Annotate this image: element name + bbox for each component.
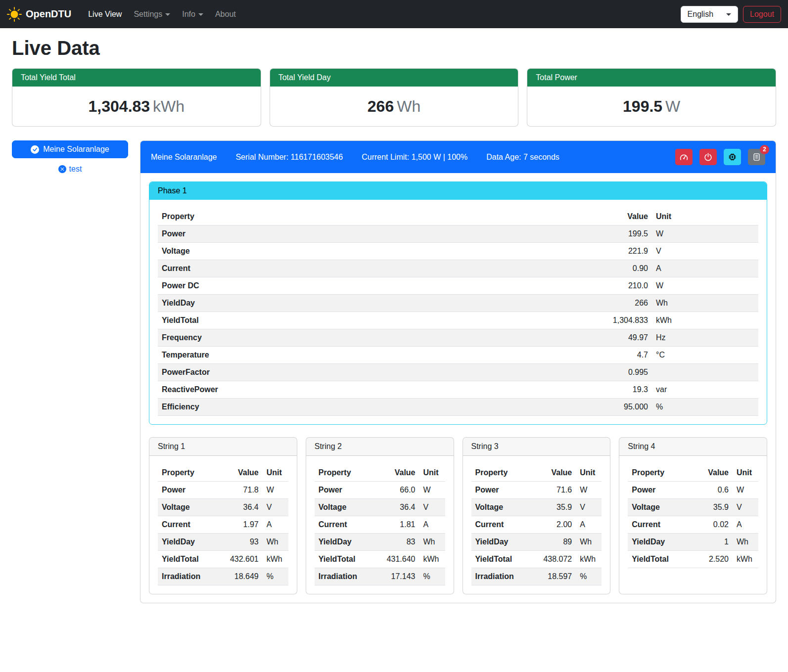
property-cell: Power DC	[158, 277, 588, 295]
journal-list-icon	[752, 153, 761, 161]
string-card: String 4 Property Value Unit	[619, 437, 767, 594]
sun-icon	[7, 7, 22, 22]
nav-item-info[interactable]: Info	[177, 6, 208, 23]
table-row: Power 71.6 W	[471, 482, 602, 499]
unit-cell: var	[652, 381, 758, 399]
property-cell: YieldDay	[628, 534, 697, 551]
value-cell: 432.601	[226, 551, 263, 568]
event-log-button[interactable]: 2	[748, 149, 765, 165]
navbar-right: English Logout	[681, 6, 781, 23]
property-cell: Voltage	[628, 499, 697, 516]
unit-cell: kWh	[652, 312, 758, 329]
property-cell: Voltage	[315, 499, 383, 516]
table-row: YieldDay 89 Wh	[471, 534, 602, 551]
property-cell: Current	[471, 516, 540, 534]
value-cell: 199.5	[588, 225, 652, 243]
value-cell: 71.6	[539, 482, 576, 499]
nav-item-about[interactable]: About	[210, 6, 241, 23]
unit-cell: A	[263, 516, 288, 534]
summary-value: 1,304.83	[89, 97, 150, 115]
table-header-row: Property Value Unit	[471, 464, 602, 482]
property-cell: YieldDay	[158, 534, 226, 551]
value-cell: 438.072	[539, 551, 576, 568]
summary-card: Total Yield Day 266Wh	[270, 68, 519, 127]
language-select[interactable]: English	[681, 6, 738, 23]
table-row: YieldTotal 1,304.833 kWh	[158, 312, 758, 329]
table-row: Voltage 35.9 V	[471, 499, 602, 516]
data-age: Data Age: 7 seconds	[486, 153, 559, 162]
property-cell: Voltage	[158, 243, 588, 260]
unit-cell: V	[419, 499, 445, 516]
string-title: String 4	[619, 438, 767, 456]
string-title: String 2	[306, 438, 454, 456]
property-cell: Frequency	[158, 329, 588, 347]
value-cell: 2.00	[539, 516, 576, 534]
string-table: Property Value Unit Power	[471, 464, 602, 585]
property-cell: Power	[158, 482, 226, 499]
string-table: Property Value Unit Power	[158, 464, 288, 585]
property-cell: Temperature	[158, 347, 588, 364]
gauge-icon	[680, 153, 688, 161]
header-property: Property	[158, 208, 588, 225]
table-row: Voltage 36.4 V	[158, 499, 288, 516]
property-cell: YieldTotal	[158, 551, 226, 568]
phase-table: Property Value Unit Power	[158, 208, 758, 416]
chevron-down-icon	[726, 13, 731, 16]
power-button[interactable]	[699, 149, 717, 165]
table-row: Current 1.97 A	[158, 516, 288, 534]
table-row: Voltage 36.4 V	[315, 499, 445, 516]
summary-unit: W	[665, 97, 680, 115]
nav-item-settings[interactable]: Settings	[129, 6, 175, 23]
value-cell: 83	[383, 534, 419, 551]
table-row: Irradiation 18.649 %	[158, 568, 288, 585]
table-header-row: Property Value Unit	[315, 464, 445, 482]
value-cell: 17.143	[383, 568, 419, 585]
power-icon	[704, 153, 712, 161]
brand[interactable]: OpenDTU	[7, 7, 71, 22]
unit-cell: W	[733, 482, 758, 499]
table-row: YieldDay 93 Wh	[158, 534, 288, 551]
header-property: Property	[158, 464, 226, 482]
device-info-button[interactable]	[724, 149, 741, 165]
summary-value: 199.5	[623, 97, 662, 115]
value-cell: 0.90	[588, 260, 652, 277]
summary-unit: Wh	[397, 97, 420, 115]
table-row: Power 199.5 W	[158, 225, 758, 243]
header-unit: Unit	[419, 464, 445, 482]
language-value: English	[688, 10, 713, 19]
value-cell: 35.9	[697, 499, 733, 516]
value-cell: 71.8	[226, 482, 263, 499]
unit-cell: %	[419, 568, 445, 585]
unit-cell: V	[263, 499, 288, 516]
table-row: Current 2.00 A	[471, 516, 602, 534]
header-unit: Unit	[652, 208, 758, 225]
unit-cell: W	[652, 225, 758, 243]
header-value: Value	[697, 464, 733, 482]
string-card: String 1 Property Value Unit	[149, 437, 297, 594]
serial-number: Serial Number: 116171603546	[235, 153, 343, 162]
sidebar-test-link[interactable]: test	[12, 165, 128, 174]
summary-unit: kWh	[153, 97, 185, 115]
inverter-header: Meine Solaranlage Serial Number: 1161716…	[140, 141, 776, 173]
header-property: Property	[471, 464, 540, 482]
value-cell: 4.7	[588, 347, 652, 364]
table-row: Power DC 210.0 W	[158, 277, 758, 295]
header-unit: Unit	[576, 464, 602, 482]
value-cell: 49.97	[588, 329, 652, 347]
current-limit: Current Limit: 1,500 W | 100%	[362, 153, 467, 162]
inverter-body: Phase 1 Property Value Unit	[140, 173, 776, 603]
value-cell: 1	[697, 534, 733, 551]
main-row: Meine Solaranlage test Meine Solaranlage…	[12, 140, 776, 617]
table-row: Current 0.90 A	[158, 260, 758, 277]
table-row: Power 0.6 W	[628, 482, 758, 499]
table-row: PowerFactor 0.995	[158, 364, 758, 381]
unit-cell: Wh	[419, 534, 445, 551]
phase-card: Phase 1 Property Value Unit	[149, 181, 767, 425]
nav-item-live-view[interactable]: Live View	[83, 6, 127, 23]
unit-cell: V	[576, 499, 602, 516]
summary-card-body: 1,304.83kWh	[12, 87, 261, 126]
sidebar-inverter-button[interactable]: Meine Solaranlage	[12, 140, 128, 158]
logout-button[interactable]: Logout	[743, 6, 781, 23]
limit-settings-button[interactable]	[675, 149, 693, 165]
property-cell: Irradiation	[158, 568, 226, 585]
